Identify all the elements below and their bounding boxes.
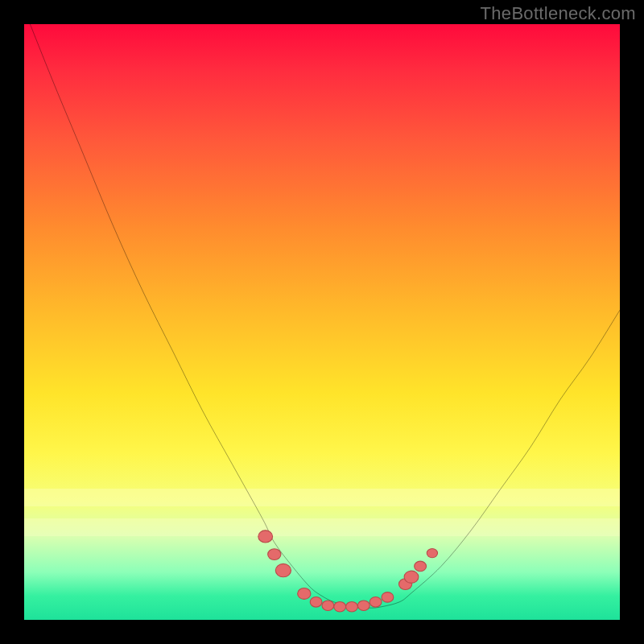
curve-marker (415, 561, 427, 572)
curve-marker (275, 564, 291, 576)
curve-marker (322, 601, 334, 611)
curve-marker (369, 597, 382, 608)
curve-layer (24, 24, 620, 620)
curve-marker (357, 601, 369, 611)
curve-marker (298, 588, 311, 600)
bottleneck-curve (30, 24, 620, 608)
curve-marker (268, 549, 281, 560)
plot-area (24, 24, 620, 620)
curve-marker (334, 601, 346, 612)
curve-marker (310, 597, 322, 608)
curve-markers (258, 530, 438, 612)
curve-marker (258, 530, 273, 543)
curve-marker (404, 571, 419, 583)
curve-marker (382, 592, 394, 603)
curve-marker (427, 548, 437, 557)
curve-marker (346, 601, 358, 612)
watermark-text: TheBottleneck.com (481, 3, 636, 24)
chart-frame: TheBottleneck.com (0, 0, 644, 644)
